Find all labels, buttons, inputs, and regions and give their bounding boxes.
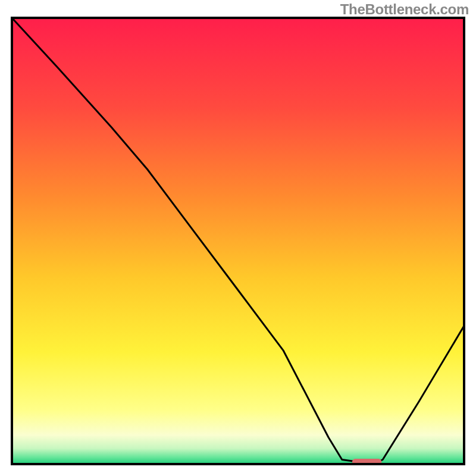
chart-background (12, 18, 464, 464)
chart-container: TheBottleneck.com (0, 0, 476, 476)
watermark-label: TheBottleneck.com (340, 1, 469, 18)
chart-svg (0, 0, 476, 476)
